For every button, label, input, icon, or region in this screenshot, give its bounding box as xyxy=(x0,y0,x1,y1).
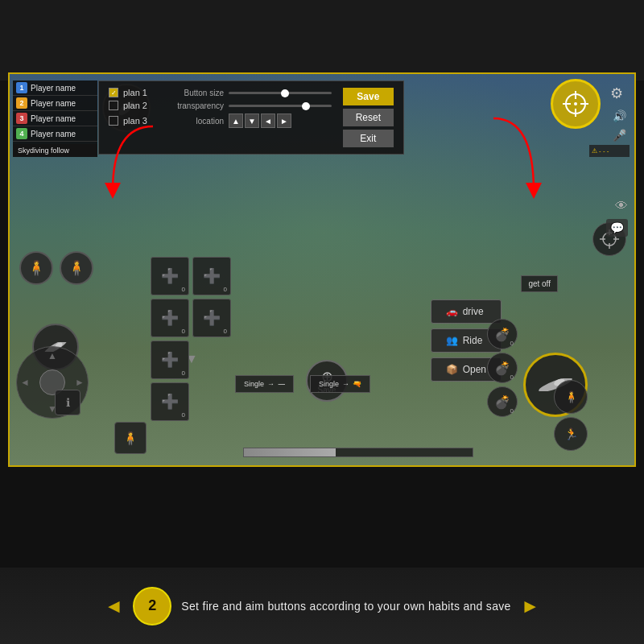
joystick-left-arrow: ◄ xyxy=(20,377,30,388)
transparency-thumb[interactable] xyxy=(302,102,310,110)
person-icon-2[interactable]: 🧍 xyxy=(60,251,93,285)
banner-text: Set fire and aim buttons according to yo… xyxy=(181,600,510,613)
plan1-checkbox[interactable] xyxy=(109,88,118,97)
location-arrows: ▲ ▼ ◄ ► xyxy=(229,114,291,128)
player-num-2: 2 xyxy=(16,97,27,109)
player-item-3[interactable]: 3 Player name xyxy=(13,111,97,126)
player-name-4: Player name xyxy=(31,130,76,138)
player-num-1: 1 xyxy=(16,82,27,93)
player-item-2[interactable]: 2 Player name xyxy=(13,96,97,111)
med-kit-count-3: 0 xyxy=(182,328,185,335)
plan-row-2: plan 2 transparency xyxy=(109,101,332,110)
med-kit-btn-5[interactable]: ➕0 xyxy=(151,341,189,379)
med-kit-count-2: 0 xyxy=(224,286,227,293)
banner-arrow-right-icon: ► xyxy=(521,595,540,617)
grenade-btn-2[interactable]: 💣 0 xyxy=(487,353,518,383)
location-right-btn[interactable]: ► xyxy=(277,114,291,128)
grenade-area: 💣 0 💣 0 💣 0 xyxy=(487,319,518,417)
player-item-4[interactable]: 4 Player name xyxy=(13,126,97,142)
open-icon: 📦 xyxy=(446,364,458,375)
reset-button[interactable]: Reset xyxy=(343,109,394,126)
person-icon-1[interactable]: 🧍 xyxy=(19,251,53,285)
ride-icon: 👥 xyxy=(446,335,458,346)
button-size-track[interactable] xyxy=(229,92,332,94)
joystick-up-arrow: ▲ xyxy=(47,350,57,361)
fire-buttons: Single → ⸻ Single → 🔫 xyxy=(235,375,370,393)
eye-icon[interactable]: 👁 xyxy=(615,199,628,213)
mic-icon[interactable]: 🎤 xyxy=(613,129,626,142)
plan2-label: plan 2 xyxy=(123,101,159,110)
exit-button[interactable]: Exit xyxy=(343,130,394,147)
player-list: 1 Player name 2 Player name 3 Player nam… xyxy=(13,80,97,157)
transparency-track[interactable] xyxy=(229,105,332,107)
med-kit-count-1: 0 xyxy=(182,286,185,293)
info-icon[interactable]: ℹ xyxy=(55,390,80,415)
joystick-right-arrow: ► xyxy=(75,377,85,388)
settings-buttons: Save Reset Exit xyxy=(343,88,394,147)
progress-fill xyxy=(244,448,336,456)
person-actions: 🧍 🏃 xyxy=(554,380,588,451)
player-name-3: Player name xyxy=(31,114,76,123)
skydiving-button[interactable]: Skydiving follow xyxy=(13,144,97,157)
crosshair-svg-icon xyxy=(559,88,592,120)
player-name-1: Player name xyxy=(31,84,76,93)
location-up-btn[interactable]: ▲ xyxy=(229,114,243,128)
plan2-checkbox[interactable] xyxy=(109,101,118,110)
chat-icon[interactable]: 💬 xyxy=(606,219,628,237)
game-area: 1 Player name 2 Player name 3 Player nam… xyxy=(8,72,636,467)
player-item-1[interactable]: 1 Player name xyxy=(13,80,97,96)
location-row: location ▲ ▼ ◄ ► xyxy=(159,114,332,128)
person-action-1[interactable]: 🧍 xyxy=(554,380,588,414)
plan1-label: plan 1 xyxy=(123,88,159,97)
drive-icon: 🚗 xyxy=(446,306,458,317)
med-kit-btn-1[interactable]: ➕0 xyxy=(151,257,189,295)
get-off-button[interactable]: get off xyxy=(521,275,558,292)
transparency-row: transparency xyxy=(159,101,332,110)
fire-2-icon: 🔫 xyxy=(353,380,361,388)
grenade-btn-3[interactable]: 💣 0 xyxy=(487,386,518,417)
fire-2-label: Single xyxy=(319,380,339,388)
outer-container: 1 Player name 2 Player name 3 Player nam… xyxy=(0,0,644,644)
location-down-btn[interactable]: ▼ xyxy=(245,114,259,128)
button-size-label: Button size xyxy=(159,89,224,97)
warning-icon: ⚠ xyxy=(592,147,597,155)
top-area xyxy=(0,0,644,80)
banner-number-icon: 2 xyxy=(148,597,156,614)
location-label: location xyxy=(159,117,224,126)
character-icon[interactable]: 🧍 xyxy=(114,422,147,454)
svg-point-7 xyxy=(574,102,577,105)
grenade-count-1: 0 xyxy=(510,340,514,347)
button-size-thumb[interactable] xyxy=(281,89,289,97)
sound-icon[interactable]: 🔊 xyxy=(613,109,626,122)
med-kit-btn-3[interactable]: ➕0 xyxy=(151,299,189,337)
med-kit-grid: ➕0 ➕0 ➕0 ➕0 ➕0 ➕0 xyxy=(151,257,231,421)
save-button[interactable]: Save xyxy=(343,88,394,105)
med-kit-count-4: 0 xyxy=(224,328,227,335)
fire-1-label: Single xyxy=(244,380,264,388)
fire-btn-2[interactable]: Single → 🔫 xyxy=(310,375,370,393)
plan-row-1: plan 1 Button size xyxy=(109,88,332,97)
fire-btn-1[interactable]: Single → ⸻ xyxy=(235,375,294,393)
player-num-4: 4 xyxy=(16,128,27,139)
grenade-count-3: 0 xyxy=(510,407,514,415)
med-kit-btn-2[interactable]: ➕0 xyxy=(192,257,231,295)
person-action-2[interactable]: 🏃 xyxy=(554,417,588,451)
button-size-row: Button size xyxy=(159,89,332,97)
gear-icon[interactable]: ⚙ xyxy=(605,82,628,105)
left-person-icons: 🧍 🧍 xyxy=(19,251,93,285)
crosshair-aim-button[interactable] xyxy=(551,79,601,129)
bottom-banner: ◄ 2 Set fire and aim buttons according t… xyxy=(0,568,644,644)
grenade-btn-1[interactable]: 💣 0 xyxy=(487,319,518,349)
fire-1-arrow: → xyxy=(267,380,275,388)
location-left-btn[interactable]: ◄ xyxy=(261,114,275,128)
med-kit-btn-6[interactable]: ➕0 xyxy=(151,382,189,421)
transparency-label: transparency xyxy=(159,101,224,110)
banner-icon-circle: 2 xyxy=(133,587,171,625)
warning-area: ⚠ - - - xyxy=(589,145,630,157)
progress-bar xyxy=(243,448,473,457)
player-name-2: Player name xyxy=(31,99,76,108)
fire-2-arrow: → xyxy=(342,380,349,388)
player-num-3: 3 xyxy=(16,113,27,124)
med-kit-count-6: 0 xyxy=(182,411,185,419)
med-kit-btn-4[interactable]: ➕0 xyxy=(192,299,231,337)
